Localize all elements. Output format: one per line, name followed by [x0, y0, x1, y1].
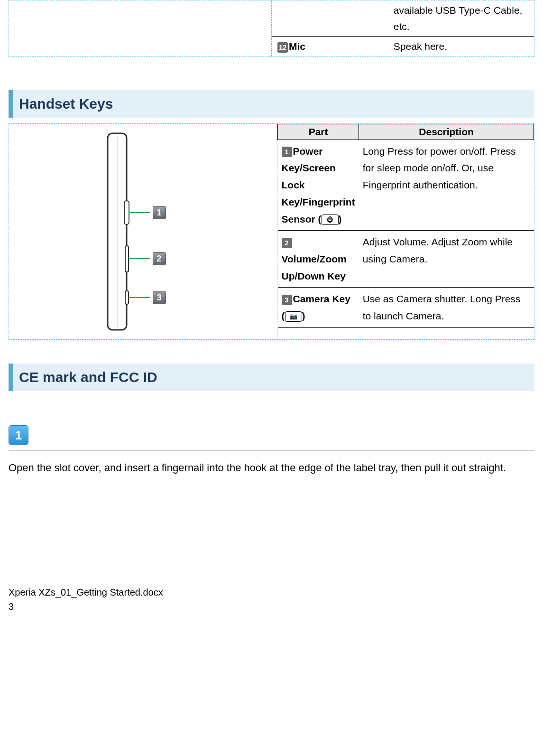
svg-rect-2: [124, 201, 129, 224]
parts-table: Part Description 1Power Key/Screen Lock …: [277, 124, 534, 328]
device-side-diagram: [89, 130, 198, 334]
th-part: Part: [278, 124, 359, 140]
callout-2: 2: [153, 252, 166, 265]
section-ce-fcc: CE mark and FCC ID: [9, 364, 534, 391]
handset-keys-block: 1 2 3 Part Description 1Power Key/Screen…: [9, 123, 534, 340]
footer-filename: Xperia XZs_01_Getting Started.docx: [9, 585, 543, 599]
step-1-text: Open the slot cover, and insert a finger…: [9, 459, 534, 476]
top-row1-desc: available USB Type-C Cable, etc.: [390, 0, 534, 36]
camera-icon: 📷: [285, 311, 302, 322]
svg-rect-4: [125, 291, 129, 304]
row1-part-a: Power Key/Screen Lock Key/Fingerprint Se…: [282, 146, 355, 224]
top-row2-desc: Speak here.: [390, 37, 534, 56]
step-1-badge: 1: [9, 425, 28, 445]
row2-badge: 2: [282, 238, 292, 248]
row1-badge: 1: [282, 147, 292, 157]
top-table-fragment: available USB Type-C Cable, etc. 12Mic S…: [9, 0, 534, 57]
row3-part-b: ): [302, 310, 305, 321]
row3-desc: Use as Camera shutter. Long Press to lau…: [359, 288, 534, 327]
th-desc: Description: [359, 124, 534, 140]
step-divider: [9, 450, 534, 451]
callout-3: 3: [153, 291, 166, 304]
top-row2-part: Mic: [289, 41, 305, 52]
row1-part-b: ): [339, 214, 342, 224]
svg-rect-3: [125, 246, 129, 272]
row2-desc: Adjust Volume. Adjust Zoom while using C…: [359, 231, 534, 288]
callout-1: 1: [153, 206, 166, 219]
footer-page: 3: [9, 599, 543, 614]
section-handset-keys: Handset Keys: [9, 90, 534, 118]
num-badge-12: 12: [277, 42, 288, 53]
power-icon: ⏻: [322, 215, 339, 225]
row3-badge: 3: [282, 295, 292, 305]
row2-part-a: Volume/Zoom Up/Down Key: [282, 253, 347, 281]
row1-desc: Long Press for power on/off. Press for s…: [359, 140, 534, 230]
